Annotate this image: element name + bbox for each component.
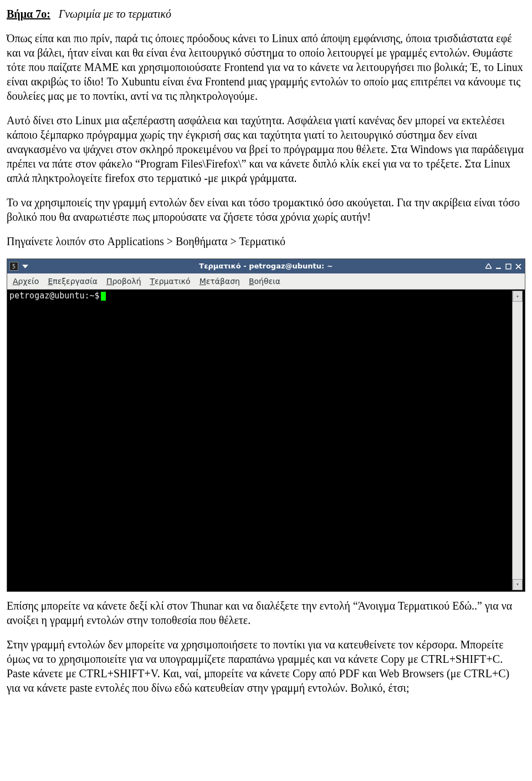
terminal-window: 5 Τερματικό - petrogaz@ubuntu: ~ Αρχείο (7, 258, 525, 592)
menu-terminal[interactable]: Τερματικό (146, 274, 195, 288)
close-icon[interactable] (514, 262, 523, 271)
menubar: Αρχείο Επεξεργασία Προβολή Τερματικό Μετ… (7, 273, 525, 290)
paragraph-3: Το να χρησιμποιείς την γραμμή εντολών δε… (7, 195, 525, 224)
menu-file[interactable]: Αρχείο (8, 274, 43, 288)
minimize-icon[interactable] (494, 262, 503, 271)
scroll-up-button[interactable]: ▴ (513, 291, 523, 302)
terminal-cursor (101, 292, 106, 301)
app-icon: 5 (9, 262, 18, 271)
svg-rect-2 (496, 267, 501, 268)
terminal-prompt-line: petrogaz@ubuntu:~$ (9, 291, 512, 302)
menu-view-rest: ροβολή (112, 277, 141, 286)
svg-rect-3 (506, 264, 511, 269)
window-titlebar[interactable]: 5 Τερματικό - petrogaz@ubuntu: ~ (7, 259, 525, 273)
menu-edit[interactable]: Επεξεργασία (43, 274, 101, 288)
paragraph-1: Όπως είπα και πιο πρίν, παρά τις όποιες … (7, 31, 525, 103)
maximize-icon[interactable] (504, 262, 513, 271)
menu-edit-rest: πεξεργασία (53, 277, 98, 286)
titlebar-left: 5 (7, 262, 29, 271)
scroll-track[interactable] (513, 302, 523, 579)
menu-edit-accel: Ε (48, 277, 53, 286)
scroll-down-button[interactable]: ▾ (513, 579, 523, 590)
paragraph-4: Πηγαίνετε λοιπόν στο Applications > Βοηθ… (7, 234, 525, 248)
menu-help-accel: Β (249, 277, 254, 286)
menu-file-accel: Α (13, 277, 18, 286)
menu-terminal-rest: ερματικό (155, 277, 191, 286)
svg-marker-0 (22, 265, 28, 268)
titlebar-right (484, 262, 525, 271)
menu-go[interactable]: Μετάβαση (195, 274, 244, 288)
window-menu-icon[interactable] (21, 262, 29, 271)
step-label: Βήμα 7ο: (7, 8, 50, 20)
always-on-top-icon[interactable] (484, 262, 493, 271)
menu-help-rest: οήθεια (254, 277, 281, 286)
menu-view[interactable]: Προβολή (102, 274, 146, 288)
svg-marker-1 (485, 263, 492, 268)
step-title: Γνωριμία με το τερματικό (59, 8, 171, 20)
paragraph-2: Αυτό δίνει στο Linux μια αξεπέραστη ασφά… (7, 113, 525, 185)
menu-go-rest: ετάβαση (206, 277, 240, 286)
menu-terminal-accel: Τ (150, 277, 155, 286)
menu-help[interactable]: Βοήθεια (244, 274, 285, 288)
menu-file-rest: ρχείο (18, 277, 39, 286)
menu-view-accel: Π (106, 277, 112, 286)
terminal-scrollbar[interactable]: ▴ ▾ (512, 291, 523, 590)
paragraph-5: Επίσης μπορείτε να κάνετε δεξί κλί στον … (7, 599, 525, 627)
terminal-body[interactable]: petrogaz@ubuntu:~$ ▴ ▾ (7, 290, 525, 591)
paragraph-6: Στην γραμμή εντολών δεν μπορείτε να χρησ… (7, 637, 525, 695)
terminal-prompt: petrogaz@ubuntu:~$ (9, 291, 100, 302)
terminal-content[interactable]: petrogaz@ubuntu:~$ (9, 291, 512, 590)
menu-go-accel: Μ (200, 277, 206, 286)
section-heading: Βήμα 7ο: Γνωριμία με το τερματικό (7, 7, 525, 21)
window-title: Τερματικό - petrogaz@ubuntu: ~ (7, 262, 525, 271)
